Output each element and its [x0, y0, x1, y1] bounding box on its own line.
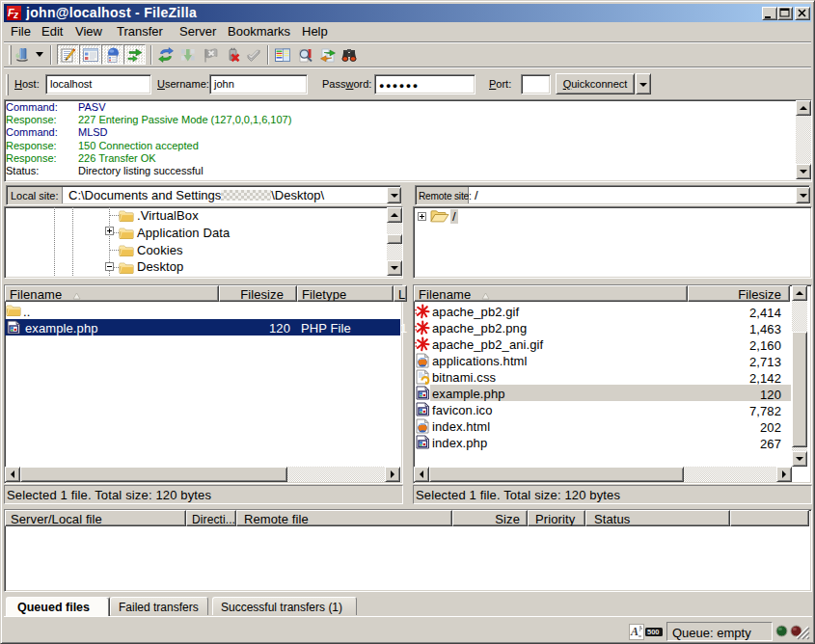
svg-text:z: z — [13, 10, 18, 20]
